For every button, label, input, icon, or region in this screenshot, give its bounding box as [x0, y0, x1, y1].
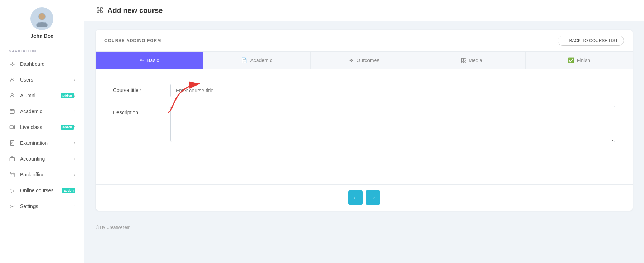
sidebar: John Doe NAVIGATION ⊹ Dashboard Users › …: [0, 0, 84, 263]
tab-basic-label: Basic: [147, 57, 159, 63]
prev-button[interactable]: ←: [348, 190, 363, 205]
form-tabs: ✏ Basic 📄 Academic ❖ Outcomes 🖼 Media ✅ …: [96, 52, 633, 69]
sidebar-item-label: Online courses: [20, 188, 60, 193]
academic-icon: [9, 108, 16, 115]
examination-icon: [9, 139, 16, 147]
svg-marker-10: [13, 126, 14, 129]
sidebar-item-users[interactable]: Users ›: [0, 72, 84, 88]
page-title: Add new course: [107, 6, 163, 15]
tab-finish-label: Finish: [577, 57, 590, 63]
main-content: ⌘ Add new course COURSE ADDING FORM ← BA…: [84, 0, 644, 263]
copyright-text: © By Creativeitem: [96, 225, 131, 230]
sidebar-item-label: Accounting: [20, 156, 74, 162]
tab-academic-label: Academic: [250, 57, 272, 63]
sidebar-item-label: Alumni: [20, 93, 58, 98]
form-body: Course title * Description: [96, 69, 633, 184]
next-button[interactable]: →: [366, 190, 380, 205]
sidebar-item-back-office[interactable]: Back office ›: [0, 167, 84, 183]
chevron-right-icon: ›: [74, 77, 75, 82]
chevron-right-icon: ›: [74, 204, 75, 209]
sidebar-item-accounting[interactable]: Accounting ›: [0, 151, 84, 167]
alumni-icon: [9, 92, 16, 99]
users-icon: [9, 76, 16, 83]
sidebar-item-label: Users: [20, 77, 74, 83]
back-to-course-list-button[interactable]: ← BACK TO COURSE LIST: [558, 36, 624, 46]
sidebar-item-label: Back office: [20, 172, 74, 177]
avatar: [30, 7, 53, 30]
sidebar-item-academic[interactable]: Academic ›: [0, 103, 84, 119]
course-form-container: COURSE ADDING FORM ← BACK TO COURSE LIST…: [96, 30, 633, 211]
chevron-right-icon: ›: [74, 125, 75, 130]
tab-academic[interactable]: 📄 Academic: [203, 52, 310, 69]
tab-media[interactable]: 🖼 Media: [418, 52, 525, 69]
page-footer: © By Creativeitem: [84, 219, 644, 236]
sidebar-item-examination[interactable]: Examination ›: [0, 135, 84, 151]
username: John Doe: [30, 33, 53, 39]
sidebar-item-live-class[interactable]: Live class addon ›: [0, 119, 84, 135]
finish-icon: ✅: [568, 57, 574, 63]
chevron-right-icon: ›: [74, 93, 75, 98]
chevron-right-icon: ›: [74, 109, 75, 114]
academic-tab-icon: 📄: [241, 57, 247, 63]
tab-media-label: Media: [469, 57, 482, 63]
sidebar-item-alumni[interactable]: Alumni addon ›: [0, 88, 84, 103]
media-icon: 🖼: [461, 57, 466, 63]
svg-point-2: [39, 13, 45, 20]
edit-icon: ✏: [140, 57, 144, 63]
tab-outcomes-label: Outcomes: [357, 57, 380, 63]
sidebar-item-label: Examination: [20, 140, 74, 146]
live-class-icon: [9, 124, 16, 131]
command-icon: ⌘: [96, 6, 104, 15]
settings-icon: ✂: [9, 203, 16, 210]
sidebar-item-settings[interactable]: ✂ Settings ›: [0, 198, 84, 214]
back-office-icon: [9, 171, 16, 178]
course-title-row: Course title *: [113, 84, 615, 97]
sidebar-item-dashboard[interactable]: ⊹ Dashboard: [0, 56, 84, 72]
description-row: Description: [113, 106, 615, 142]
addon-badge: addon: [61, 93, 74, 98]
sidebar-item-label: Dashboard: [20, 61, 75, 67]
addon-badge: addon: [62, 188, 75, 193]
online-courses-icon: ▷: [9, 187, 16, 194]
nav-label: NAVIGATION: [0, 46, 84, 56]
tab-finish[interactable]: ✅ Finish: [526, 52, 633, 69]
svg-rect-9: [10, 126, 13, 129]
addon-badge: addon: [61, 125, 74, 130]
sidebar-item-label: Academic: [20, 109, 74, 114]
sidebar-item-label: Live class: [20, 124, 58, 130]
chevron-right-icon: ›: [74, 140, 75, 146]
dashboard-icon: ⊹: [9, 60, 16, 68]
outcomes-icon: ❖: [349, 57, 354, 63]
course-title-input[interactable]: [170, 84, 615, 97]
description-label: Description: [113, 106, 170, 115]
page-header: ⌘ Add new course: [84, 0, 644, 21]
tab-outcomes[interactable]: ❖ Outcomes: [311, 52, 418, 69]
chevron-right-icon: ›: [74, 156, 75, 161]
svg-rect-6: [10, 110, 14, 114]
chevron-right-icon: ›: [74, 172, 75, 177]
description-textarea[interactable]: [170, 106, 615, 142]
sidebar-item-online-courses[interactable]: ▷ Online courses addon: [0, 183, 84, 198]
form-top-bar: COURSE ADDING FORM ← BACK TO COURSE LIST: [96, 30, 633, 52]
form-section-label: COURSE ADDING FORM: [104, 38, 161, 43]
sidebar-item-label: Settings: [20, 203, 74, 209]
svg-point-4: [11, 78, 13, 80]
svg-point-5: [11, 94, 13, 96]
accounting-icon: [9, 155, 16, 162]
svg-rect-15: [10, 158, 14, 161]
form-footer: ← →: [96, 184, 633, 211]
tab-basic[interactable]: ✏ Basic: [96, 52, 203, 69]
course-title-label: Course title *: [113, 84, 170, 93]
